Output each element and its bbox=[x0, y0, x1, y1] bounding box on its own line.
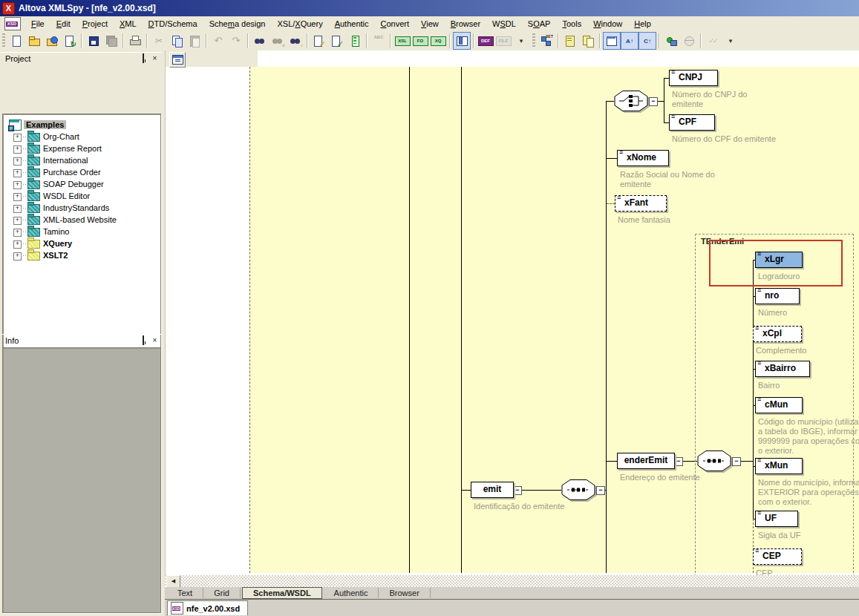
project-item-org-chart[interactable]: +Org-Chart bbox=[3, 131, 160, 142]
menu-xml[interactable]: XML bbox=[114, 18, 143, 30]
menu-browser[interactable]: Browser bbox=[445, 18, 486, 30]
project-close-button[interactable]: × bbox=[150, 54, 160, 63]
browser-preview-button[interactable] bbox=[680, 32, 698, 50]
schema-element-enderemit[interactable]: enderEmit bbox=[617, 453, 675, 469]
project-item-industrystandards[interactable]: +IndustryStandards bbox=[3, 202, 160, 214]
toolbar-overflow-button[interactable] bbox=[722, 32, 739, 50]
menu-edit[interactable]: Edit bbox=[50, 18, 76, 30]
view-tab-authentic[interactable]: Authentic bbox=[324, 588, 379, 598]
open-file-button[interactable] bbox=[25, 32, 43, 50]
menu-xsl-xquery[interactable]: XSL/XQuery bbox=[271, 18, 328, 30]
save-all-button[interactable] bbox=[102, 32, 120, 50]
project-item-tamino[interactable]: +Tamino bbox=[3, 226, 160, 237]
expand-icon[interactable]: + bbox=[13, 217, 22, 225]
sort-attributes-button[interactable] bbox=[621, 32, 638, 50]
menu-file[interactable]: File bbox=[25, 18, 50, 30]
project-item-xquery[interactable]: +XQuery bbox=[3, 237, 160, 249]
cut-button[interactable] bbox=[150, 32, 168, 50]
expand-icon[interactable]: + bbox=[13, 252, 22, 261]
project-item-soap-debugger[interactable]: +SOAP Debugger bbox=[3, 178, 160, 190]
show-globals-button[interactable] bbox=[169, 52, 186, 68]
batch-validate-button[interactable] bbox=[346, 32, 364, 50]
find-next-button[interactable]: ▾ bbox=[269, 32, 287, 50]
expand-icon[interactable]: + bbox=[13, 169, 22, 177]
expand-icon[interactable]: + bbox=[13, 240, 22, 249]
menu-view[interactable]: View bbox=[415, 18, 445, 30]
scroll-left-arrow[interactable]: ◀ bbox=[166, 575, 180, 588]
info-pin-button[interactable] bbox=[138, 336, 148, 345]
validate-schema-button[interactable] bbox=[704, 32, 722, 50]
schema-element-cep[interactable]: ≡CEP bbox=[753, 548, 802, 565]
menu-tools[interactable]: Tools bbox=[556, 18, 587, 30]
sequence-compositor[interactable] bbox=[561, 479, 595, 500]
menu-convert[interactable]: Convert bbox=[375, 18, 416, 30]
xsl-fo-transform-button[interactable]: FO bbox=[411, 32, 429, 50]
new-document-button[interactable] bbox=[7, 32, 25, 50]
connect-to-server-button[interactable] bbox=[662, 32, 680, 50]
schema-element-xcpl[interactable]: ≡xCpl bbox=[753, 326, 802, 342]
expand-icon[interactable]: + bbox=[13, 181, 22, 189]
validate-button[interactable] bbox=[328, 32, 346, 50]
schema-element-cnpj[interactable]: ≡CNPJ bbox=[669, 70, 718, 86]
replace-button[interactable]: ▫ bbox=[287, 32, 304, 50]
goto-definition-button[interactable]: DEF bbox=[477, 32, 494, 50]
schema-element-xnome[interactable]: ≡xNome bbox=[617, 150, 669, 166]
spelling-button[interactable]: ABC bbox=[370, 32, 388, 50]
xsl-transform-button[interactable]: XSL bbox=[393, 32, 411, 50]
schema-display-config-button[interactable] bbox=[561, 32, 579, 50]
menu-schema-design[interactable]: Schema design bbox=[203, 18, 272, 30]
window-panes-button[interactable] bbox=[453, 32, 471, 50]
redo-button[interactable] bbox=[227, 32, 245, 50]
schema-element-xbairro[interactable]: ≡xBairro bbox=[755, 361, 810, 377]
schema-element-xmun[interactable]: ≡xMun bbox=[755, 458, 803, 474]
menu-help[interactable]: Help bbox=[628, 18, 657, 30]
expand-icon[interactable]: + bbox=[13, 145, 22, 154]
reload-file-button[interactable] bbox=[61, 32, 79, 50]
collapse-button[interactable]: − bbox=[596, 486, 605, 495]
expand-icon[interactable]: + bbox=[13, 205, 22, 213]
schema-element-xlgr[interactable]: ≡xLgr bbox=[755, 252, 803, 268]
schema-element-emit[interactable]: emit bbox=[471, 482, 514, 498]
project-root-examples[interactable]: Examples bbox=[3, 119, 160, 131]
schema-element-cmun[interactable]: ≡cMun bbox=[755, 397, 803, 413]
choice-compositor[interactable] bbox=[614, 91, 648, 111]
toolbar-overflow-button[interactable] bbox=[512, 32, 530, 50]
collapse-button[interactable]: − bbox=[649, 97, 658, 106]
expand-icon[interactable]: + bbox=[13, 157, 22, 166]
open-url-button[interactable] bbox=[43, 32, 61, 50]
schema-settings-button[interactable]: SET bbox=[538, 32, 555, 50]
schema-element-cpf[interactable]: ≡CPF bbox=[669, 114, 715, 131]
sequence-compositor[interactable] bbox=[697, 450, 731, 471]
view-tab-text[interactable]: Text bbox=[167, 588, 203, 598]
menu-dtd-schema[interactable]: DTD/Schema bbox=[143, 18, 203, 30]
collapse-button[interactable]: − bbox=[674, 457, 683, 466]
project-item-international[interactable]: +International bbox=[3, 154, 160, 166]
view-tab-schema-wsdl[interactable]: Schema/WSDL bbox=[242, 587, 322, 599]
collapse-button[interactable]: − bbox=[732, 457, 741, 466]
expand-icon[interactable]: + bbox=[13, 193, 22, 201]
expand-icon[interactable]: + bbox=[13, 229, 22, 237]
project-item-xslt2[interactable]: +XSLT2 bbox=[3, 249, 160, 261]
view-tab-grid[interactable]: Grid bbox=[203, 588, 241, 598]
menu-soap[interactable]: SOAP bbox=[522, 18, 557, 30]
project-pin-button[interactable] bbox=[138, 54, 148, 63]
document-tab[interactable]: XSD nfe_v2.00.xsd bbox=[167, 600, 248, 615]
paste-button[interactable] bbox=[186, 32, 203, 50]
find-button[interactable] bbox=[251, 32, 269, 50]
collapse-button[interactable]: − bbox=[513, 486, 522, 495]
save-file-button[interactable] bbox=[85, 32, 102, 50]
undo-button[interactable] bbox=[209, 32, 227, 50]
schema-element-nro[interactable]: ≡nro bbox=[755, 288, 800, 304]
schema-element-xfant[interactable]: ≡xFant bbox=[615, 195, 667, 212]
menu-wsdl[interactable]: WSDL bbox=[486, 18, 522, 30]
goto-file-button[interactable]: FILE bbox=[494, 32, 512, 50]
sort-components-button[interactable] bbox=[638, 32, 656, 50]
menu-window[interactable]: Window bbox=[587, 18, 628, 30]
project-item-expense-report[interactable]: +Expense Report bbox=[3, 142, 160, 154]
project-item-purchase-order[interactable]: +Purchase Order bbox=[3, 166, 160, 178]
xquery-execute-button[interactable]: XQ bbox=[429, 32, 447, 50]
title-bar[interactable]: X Altova XMLSpy - [nfe_v2.00.xsd] bbox=[0, 0, 859, 16]
copy-button[interactable] bbox=[168, 32, 186, 50]
display-diagram-button[interactable] bbox=[603, 32, 621, 50]
copy-display-settings-button[interactable] bbox=[579, 32, 597, 50]
